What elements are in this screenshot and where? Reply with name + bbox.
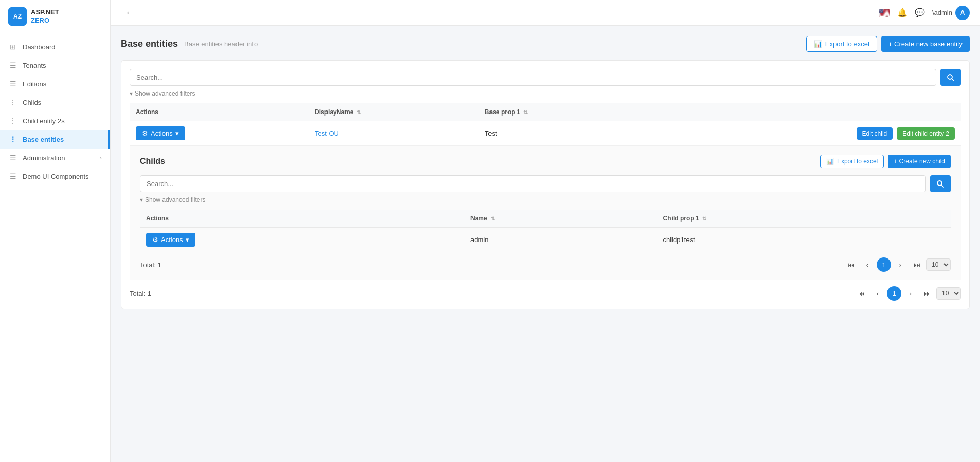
main-col-actions: Actions	[130, 103, 308, 121]
gear-icon: ⚙	[142, 130, 148, 137]
childs-search-input[interactable]	[140, 175, 926, 192]
logo-text: ASP.NETZERO	[31, 8, 59, 24]
childs-search-button[interactable]	[930, 175, 951, 192]
childs-create-button[interactable]: + Create new child	[888, 155, 951, 168]
main-row-edit-buttons-cell: Edit child Edit child entity 2	[639, 121, 961, 146]
childs-gear-icon: ⚙	[152, 236, 158, 244]
edit-child-button[interactable]: Edit child	[857, 127, 893, 140]
sidebar-nav: ⊞ Dashboard ☰ Tenants ☰ Editions ⋮ Child…	[0, 33, 110, 462]
page-subtitle: Base entities header info	[184, 40, 258, 48]
sidebar-item-base-entities[interactable]: ⋮ Base entities	[0, 130, 110, 149]
child-entity-2s-icon: ⋮	[8, 116, 17, 125]
excel-icon: 📊	[814, 40, 822, 48]
sidebar-item-label: Base entities	[23, 136, 64, 143]
childs-first-page-button[interactable]: ⏮	[844, 257, 858, 272]
edit-child-entity-2-button[interactable]: Edit child entity 2	[897, 127, 955, 140]
table-row: ⚙ Actions ▾ Test OU Test	[130, 121, 961, 146]
childs-table-wrapper: Actions Name ⇅ Child prop 1 ⇅	[140, 210, 951, 252]
childs-pagination-row: Total: 1 ⏮ ‹ 1 › ⏭ 10 25 50	[140, 252, 951, 272]
displayname-sort-icon[interactable]: ⇅	[357, 109, 361, 115]
main-page-size-select[interactable]: 10 25 50	[936, 287, 961, 300]
avatar: A	[955, 6, 970, 20]
main-pagination-row: Total: 1 ⏮ ‹ 1 › ⏭ 10 25 50	[130, 280, 961, 301]
childs-col-name: Name ⇅	[464, 210, 657, 228]
childs-export-excel-button[interactable]: 📊 Export to excel	[820, 155, 884, 168]
main-advanced-filters-toggle[interactable]: ▾ Show advanced filters	[130, 90, 961, 97]
chat-icon[interactable]: 💬	[915, 8, 925, 17]
sidebar-item-childs[interactable]: ⋮ Childs	[0, 93, 110, 112]
actions-chevron-icon: ▾	[175, 130, 179, 137]
main-prev-page-button[interactable]: ‹	[870, 286, 885, 301]
sidebar: AZ ASP.NETZERO ⊞ Dashboard ☰ Tenants ☰ E…	[0, 0, 111, 462]
main-first-page-button[interactable]: ⏮	[854, 286, 868, 301]
sidebar-item-label: Editions	[23, 80, 46, 88]
main-search-input[interactable]	[130, 69, 936, 86]
childs-prev-page-button[interactable]: ‹	[860, 257, 875, 272]
svg-line-1	[952, 79, 954, 81]
childs-page-size-select[interactable]: 10 25 50	[926, 258, 951, 271]
user-menu[interactable]: \admin A	[932, 6, 970, 20]
childs-section-header: Childs 📊 Export to excel + Create new ch…	[140, 155, 951, 168]
baseprop1-sort-icon[interactable]: ⇅	[523, 109, 528, 115]
row-edit-buttons: Edit child Edit child entity 2	[645, 127, 955, 140]
chevron-right-icon: ›	[100, 155, 102, 161]
main-total-label: Total: 1	[130, 290, 151, 298]
main-area: ‹ 🇺🇸 🔔 💬 \admin A Base entities Base ent…	[111, 0, 980, 462]
childs-col-actions: Actions	[140, 210, 464, 228]
sidebar-item-editions[interactable]: ☰ Editions	[0, 75, 110, 93]
page-title-area: Base entities Base entities header info	[121, 39, 258, 49]
childs-last-page-button[interactable]: ⏭	[910, 257, 924, 272]
main-col-displayname: DisplayName ⇅	[308, 103, 479, 121]
notification-bell-icon[interactable]: 🔔	[897, 8, 908, 17]
username-label: \admin	[932, 9, 952, 16]
export-to-excel-button[interactable]: 📊 Export to excel	[806, 36, 877, 52]
sidebar-item-label: Dashboard	[23, 43, 56, 51]
main-search-button[interactable]	[940, 69, 961, 86]
content-area: Base entities Base entities header info …	[111, 26, 980, 462]
main-table: Actions DisplayName ⇅ Base prop 1 ⇅	[130, 103, 961, 146]
childs-pagination-controls: ⏮ ‹ 1 › ⏭ 10 25 50	[844, 257, 951, 272]
sidebar-item-tenants[interactable]: ☰ Tenants	[0, 56, 110, 75]
language-flag[interactable]: 🇺🇸	[879, 7, 890, 19]
sidebar-item-administration[interactable]: ☰ Administration ›	[0, 149, 110, 167]
sidebar-toggle-button[interactable]: ‹	[121, 6, 135, 20]
page-title: Base entities	[121, 39, 178, 49]
logo-icon: AZ	[8, 7, 27, 26]
sidebar-item-label: Tenants	[23, 62, 46, 69]
childs-actions-chevron-icon: ▾	[186, 236, 189, 244]
topbar-right: 🇺🇸 🔔 💬 \admin A	[879, 6, 970, 20]
childs-icon: ⋮	[8, 98, 17, 107]
childs-childprop1-sort-icon[interactable]: ⇅	[702, 216, 706, 221]
childs-section-actions: 📊 Export to excel + Create new child	[820, 155, 951, 168]
childs-row-name-cell: admin	[464, 228, 657, 252]
page-header: Base entities Base entities header info …	[121, 36, 970, 52]
tenants-icon: ☰	[8, 61, 17, 70]
sidebar-item-dashboard[interactable]: ⊞ Dashboard	[0, 38, 110, 56]
childs-advanced-filters-toggle[interactable]: ▾ Show advanced filters	[140, 196, 951, 204]
svg-line-3	[941, 185, 943, 187]
sidebar-item-child-entity-2s[interactable]: ⋮ Child entity 2s	[0, 112, 110, 130]
childs-expanded-section: Childs 📊 Export to excel + Create new ch…	[130, 146, 961, 280]
childs-name-sort-icon[interactable]: ⇅	[491, 216, 495, 221]
main-page-1-button[interactable]: 1	[887, 286, 901, 301]
main-row-actions-cell: ⚙ Actions ▾	[130, 121, 308, 146]
main-next-page-button[interactable]: ›	[903, 286, 918, 301]
main-last-page-button[interactable]: ⏭	[920, 286, 934, 301]
main-col-baseprop1: Base prop 1 ⇅	[479, 103, 639, 121]
page-actions: 📊 Export to excel + Create new base enti…	[806, 36, 970, 52]
main-row-actions-button[interactable]: ⚙ Actions ▾	[136, 126, 185, 140]
main-search-row	[130, 69, 961, 86]
main-card: ▾ Show advanced filters Actions Disp	[121, 60, 970, 309]
sidebar-item-demo-ui[interactable]: ☰ Demo UI Components	[0, 167, 110, 186]
main-table-header-row: Actions DisplayName ⇅ Base prop 1 ⇅	[130, 103, 961, 121]
demo-ui-icon: ☰	[8, 172, 17, 181]
base-entities-icon: ⋮	[8, 135, 17, 144]
create-base-entity-button[interactable]: + Create new base entity	[881, 36, 970, 52]
childs-search-row	[140, 175, 951, 192]
main-row-displayname-cell: Test OU	[308, 121, 479, 146]
childs-next-page-button[interactable]: ›	[893, 257, 908, 272]
childs-page-1-button[interactable]: 1	[877, 257, 891, 272]
childs-row-actions-button[interactable]: ⚙ Actions ▾	[146, 233, 195, 247]
childs-row-childprop1-cell: childp1test	[657, 228, 951, 252]
search-icon	[947, 73, 955, 82]
